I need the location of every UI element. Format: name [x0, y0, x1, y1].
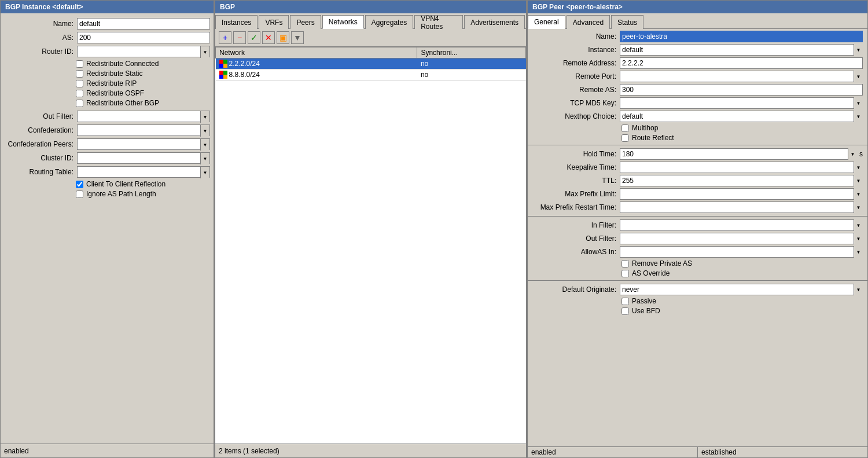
- keepalive-time-row: Keepalive Time: ▼: [532, 162, 863, 173]
- hold-time-field-wrap: 180 ▼ s: [620, 148, 863, 160]
- default-originate-dropdown[interactable]: never: [620, 284, 863, 295]
- hold-time-dropdown[interactable]: 180: [620, 148, 857, 160]
- confederation-row: Confederation: ▼: [4, 124, 210, 136]
- keepalive-arrow[interactable]: ▼: [854, 162, 863, 173]
- out-filter-arrow[interactable]: ▼: [854, 233, 863, 244]
- table-row[interactable]: 8.8.8.0/24 no: [216, 69, 526, 80]
- in-filter-label: In Filter:: [532, 221, 616, 229]
- tab-vpn4routes[interactable]: VPN4 Routes: [414, 15, 463, 29]
- ttl-dropdown[interactable]: 255: [620, 175, 863, 186]
- max-prefix-limit-label: Max Prefix Limit:: [532, 190, 616, 198]
- max-prefix-restart-arrow[interactable]: ▼: [854, 201, 863, 213]
- remove-private-as-checkbox[interactable]: [621, 260, 629, 268]
- hold-time-row: Hold Time: 180 ▼ s: [532, 148, 863, 160]
- in-filter-dropdown[interactable]: [620, 219, 863, 231]
- tab-advanced[interactable]: Advanced: [567, 15, 610, 29]
- redistribute-connected-row: Redistribute Connected: [76, 60, 210, 68]
- tab-general[interactable]: General: [528, 15, 565, 29]
- peer-name-input[interactable]: [620, 31, 863, 42]
- confederation-arrow[interactable]: ▼: [200, 125, 209, 137]
- tab-advertisements[interactable]: Advertisements: [464, 15, 525, 29]
- redistribute-ospf-row: Redistribute OSPF: [76, 89, 210, 97]
- tcp-md5-dropdown[interactable]: [620, 97, 863, 109]
- nexthop-choice-dropdown[interactable]: default: [620, 111, 863, 122]
- peer-instance-dropdown[interactable]: default: [620, 44, 863, 56]
- cluster-id-dropdown[interactable]: ▼: [77, 152, 210, 164]
- tab-instances[interactable]: Instances: [215, 15, 258, 29]
- tab-status[interactable]: Status: [611, 15, 643, 29]
- keepalive-dropdown[interactable]: [620, 162, 863, 173]
- max-prefix-limit-dropdown[interactable]: [620, 188, 863, 200]
- use-bfd-checkbox[interactable]: [621, 307, 629, 315]
- as-label: AS:: [4, 34, 73, 42]
- remote-port-dropdown[interactable]: [620, 71, 863, 82]
- cancel-button[interactable]: ✕: [262, 31, 275, 44]
- multihop-checkbox[interactable]: [621, 124, 629, 132]
- in-filter-row: In Filter: ▼: [532, 219, 863, 231]
- out-filter-dropdown[interactable]: [620, 233, 863, 244]
- router-id-arrow[interactable]: ▼: [200, 46, 209, 58]
- tab-vrfs[interactable]: VRFs: [259, 15, 289, 29]
- remote-as-input[interactable]: [620, 84, 863, 96]
- filter-button[interactable]: ▼: [291, 31, 304, 44]
- redistribute-rip-checkbox[interactable]: [76, 80, 83, 87]
- confederation-peers-arrow[interactable]: ▼: [200, 139, 209, 151]
- hold-time-arrow[interactable]: ▼: [848, 148, 857, 160]
- tab-peers[interactable]: Peers: [290, 15, 321, 29]
- tcp-md5-label: TCP MD5 Key:: [532, 99, 616, 107]
- comment-button[interactable]: ▣: [277, 31, 289, 44]
- divider-2: [528, 216, 867, 217]
- tab-aggregates[interactable]: Aggregates: [365, 15, 413, 29]
- add-button[interactable]: +: [219, 31, 231, 44]
- as-override-checkbox[interactable]: [621, 270, 629, 277]
- ignore-as-path-row: Ignore AS Path Length: [76, 190, 210, 198]
- routing-table-arrow[interactable]: ▼: [200, 167, 209, 178]
- out-filter-dropdown[interactable]: ▼: [77, 111, 210, 122]
- redistribute-ospf-checkbox[interactable]: [76, 90, 83, 97]
- redistribute-static-checkbox[interactable]: [76, 70, 83, 78]
- network-value: 8.8.8.0/24: [229, 71, 260, 79]
- tab-networks[interactable]: Networks: [322, 15, 364, 29]
- confederation-peers-dropdown[interactable]: ▼: [77, 138, 210, 150]
- routing-table-dropdown[interactable]: ▼: [77, 166, 210, 178]
- peer-name-label: Name:: [532, 32, 616, 41]
- client-to-client-checkbox[interactable]: [76, 181, 83, 188]
- peer-instance-arrow[interactable]: ▼: [854, 44, 863, 56]
- max-prefix-restart-dropdown[interactable]: [620, 201, 863, 213]
- cluster-id-arrow[interactable]: ▼: [200, 153, 209, 164]
- max-prefix-limit-arrow[interactable]: ▼: [854, 188, 863, 200]
- passive-checkbox[interactable]: [621, 298, 629, 305]
- redistribute-connected-checkbox[interactable]: [76, 60, 83, 68]
- remote-address-row: Remote Address:: [532, 57, 863, 69]
- allow-as-in-dropdown[interactable]: [620, 246, 863, 258]
- as-row: AS:: [4, 32, 210, 43]
- confederation-dropdown[interactable]: ▼: [77, 124, 210, 136]
- bgp-toolbar: + − ✓ ✕ ▣ ▼: [215, 29, 526, 47]
- remove-button[interactable]: −: [233, 31, 246, 44]
- name-label: Name:: [4, 20, 73, 28]
- table-row[interactable]: 2.2.2.0/24 no: [216, 58, 526, 69]
- peer-tab-bar: General Advanced Status: [528, 13, 867, 29]
- nexthop-choice-arrow[interactable]: ▼: [854, 111, 863, 122]
- ignore-as-path-checkbox[interactable]: [76, 190, 83, 198]
- router-id-dropdown[interactable]: ▼: [77, 46, 210, 57]
- apply-button[interactable]: ✓: [248, 31, 260, 44]
- confederation-dropdown-wrap: ▼: [77, 124, 210, 136]
- name-input[interactable]: [77, 18, 210, 30]
- route-reflect-checkbox[interactable]: [621, 134, 629, 142]
- remote-address-input[interactable]: [620, 57, 863, 69]
- tcp-md5-arrow[interactable]: ▼: [854, 97, 863, 109]
- out-filter-dropdown-wrap: ▼: [77, 111, 210, 122]
- out-filter-arrow[interactable]: ▼: [200, 111, 209, 123]
- ttl-arrow[interactable]: ▼: [854, 175, 863, 186]
- redistribute-other-bgp-checkbox[interactable]: [76, 100, 83, 107]
- remote-port-arrow[interactable]: ▼: [854, 71, 863, 82]
- default-originate-arrow[interactable]: ▼: [854, 284, 863, 295]
- col-network[interactable]: Network: [216, 47, 417, 58]
- multihop-row: Multihop: [621, 124, 863, 132]
- as-input[interactable]: [77, 32, 210, 43]
- in-filter-arrow[interactable]: ▼: [854, 219, 863, 231]
- col-sync[interactable]: Synchroni...: [417, 47, 526, 58]
- allow-as-in-arrow[interactable]: ▼: [854, 246, 863, 258]
- remote-port-row: Remote Port: ▼: [532, 71, 863, 82]
